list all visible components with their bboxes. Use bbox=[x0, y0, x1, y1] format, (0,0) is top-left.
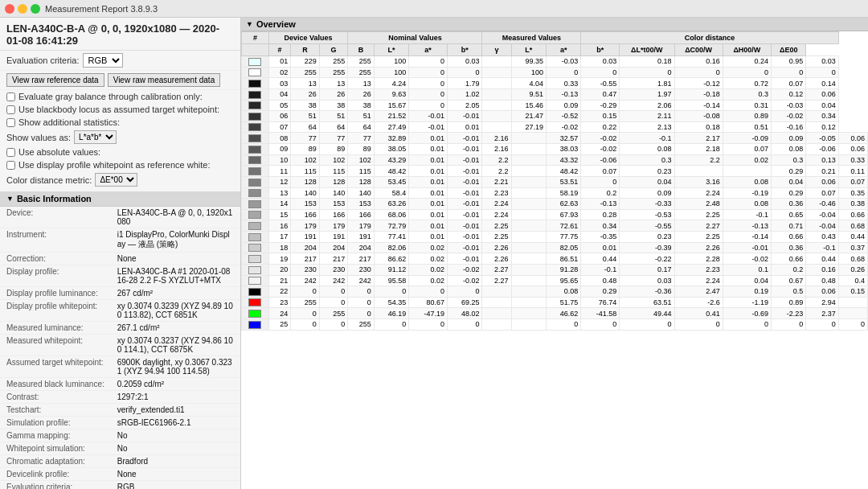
info-value: 267 cd/m² bbox=[111, 287, 240, 300]
row-index: 14 bbox=[268, 199, 290, 210]
display-profile-checkbox[interactable] bbox=[6, 161, 15, 170]
show-values-select[interactable]: L*a*b* bbox=[74, 130, 117, 144]
data-cell: 2.17 bbox=[674, 133, 723, 144]
overview-sub-header: R bbox=[291, 44, 320, 56]
overview-data-row: 1111511511548.420.01-0.012.248.420.070.2… bbox=[242, 166, 868, 177]
data-cell: 32.89 bbox=[374, 133, 408, 144]
data-cell: 95.58 bbox=[374, 275, 408, 286]
data-cell bbox=[511, 286, 546, 298]
data-cell: 2.25 bbox=[674, 209, 723, 220]
data-cell: -0.03 bbox=[546, 56, 580, 68]
data-cell: 2.48 bbox=[674, 199, 723, 210]
data-cell: 0.29 bbox=[772, 187, 806, 199]
app-title: LEN-A340C-B-A @ 0, 0, 1920x1080 — 2020-0… bbox=[0, 18, 240, 51]
data-cell: 166 bbox=[348, 209, 374, 220]
info-row: Assumed target whitepoint:6900K daylight… bbox=[0, 356, 240, 378]
info-value: LEN-A340C-B-A @ 0, 0, 1920x1080 bbox=[111, 207, 240, 228]
data-cell: 58.4 bbox=[374, 187, 408, 199]
data-cell: 99.35 bbox=[511, 56, 546, 68]
data-cell: 0.01 bbox=[409, 209, 448, 220]
data-cell: 0 bbox=[448, 67, 482, 78]
gray-balance-row: Evaluate gray balance through calibratio… bbox=[0, 90, 240, 103]
data-cell: 0 bbox=[409, 286, 448, 298]
blackbody-label: Use blackbody locus as assumed target wh… bbox=[18, 105, 219, 114]
view-raw-meas-button[interactable]: View raw measurement data bbox=[108, 73, 221, 87]
color-swatch bbox=[242, 286, 269, 298]
blackbody-checkbox[interactable] bbox=[6, 105, 15, 114]
data-cell: 0 bbox=[409, 78, 448, 89]
data-cell: -0.36 bbox=[620, 286, 674, 298]
data-cell: 13 bbox=[348, 78, 374, 89]
data-cell: 217 bbox=[319, 253, 348, 265]
overview-sub-header: L* bbox=[374, 44, 408, 56]
data-cell: 51.75 bbox=[546, 297, 580, 308]
gray-balance-checkbox[interactable] bbox=[6, 92, 15, 101]
data-cell: -0.01 bbox=[448, 176, 482, 187]
data-cell: 0.06 bbox=[806, 176, 838, 187]
row-index: 21 bbox=[268, 275, 290, 286]
info-value: No bbox=[111, 429, 240, 442]
color-distance-select[interactable]: ΔE*00 bbox=[95, 173, 137, 187]
data-cell: 43.32 bbox=[546, 154, 580, 166]
eval-criteria-select[interactable]: RGB bbox=[83, 53, 123, 68]
row-index: 20 bbox=[268, 264, 290, 275]
data-cell: 62.63 bbox=[546, 199, 580, 210]
overview-data-row: 031313134.2401.794.040.33-0.551.81-0.120… bbox=[242, 78, 868, 89]
row-index: 19 bbox=[268, 253, 290, 265]
overview-sub-header: B bbox=[348, 44, 374, 56]
minimize-button[interactable] bbox=[18, 4, 27, 14]
overview-header[interactable]: ▼ Overview bbox=[241, 18, 868, 31]
data-cell bbox=[511, 209, 546, 220]
data-cell: 89 bbox=[319, 144, 348, 155]
data-cell bbox=[511, 264, 546, 275]
data-cell: 0.38 bbox=[838, 199, 867, 210]
data-cell: 0.29 bbox=[581, 286, 620, 298]
additional-stats-checkbox[interactable] bbox=[6, 118, 15, 127]
data-cell: 217 bbox=[348, 253, 374, 265]
data-cell: -0.04 bbox=[806, 209, 838, 220]
data-cell: 2.24 bbox=[674, 187, 723, 199]
info-value: i1 DisplayPro, ColorMunki Display — 液晶 (… bbox=[111, 228, 240, 253]
data-cell: 0.09 bbox=[772, 133, 806, 144]
data-cell: 2.24 bbox=[482, 199, 511, 210]
data-cell: 82.06 bbox=[374, 242, 408, 253]
color-swatch bbox=[242, 166, 269, 177]
data-cell bbox=[838, 297, 867, 308]
data-cell: -0.01 bbox=[448, 209, 482, 220]
info-value: RGB bbox=[111, 481, 240, 490]
data-cell: 53.45 bbox=[374, 176, 408, 187]
row-index: 01 bbox=[268, 56, 290, 68]
overview-sub-header: ΔH00/W bbox=[723, 44, 771, 56]
maximize-button[interactable] bbox=[31, 4, 40, 14]
data-cell: 0.16 bbox=[806, 264, 838, 275]
info-label: Display profile whitepoint: bbox=[0, 300, 111, 322]
data-cell: 0.04 bbox=[620, 176, 674, 187]
info-row: Devicelink profile:None bbox=[0, 468, 240, 481]
basic-info-header[interactable]: ▼ Basic Information bbox=[0, 191, 240, 207]
close-button[interactable] bbox=[5, 4, 14, 14]
data-cell: 63.26 bbox=[374, 199, 408, 210]
data-cell bbox=[511, 220, 546, 232]
absolute-checkbox[interactable] bbox=[6, 148, 15, 157]
basic-info-table: Device:LEN-A340C-B-A @ 0, 0, 1920x1080In… bbox=[0, 207, 240, 489]
data-cell: 0.03 bbox=[806, 56, 838, 68]
data-cell: 2.23 bbox=[674, 264, 723, 275]
data-cell: 21.47 bbox=[511, 111, 546, 122]
view-raw-ref-button[interactable]: View raw reference data bbox=[6, 73, 104, 87]
overview-sub-header: b* bbox=[448, 44, 482, 56]
data-cell bbox=[482, 111, 511, 122]
overview-group-header: # bbox=[242, 32, 269, 44]
data-cell bbox=[511, 199, 546, 210]
show-values-row: Show values as: L*a*b* bbox=[0, 129, 240, 146]
info-row: Evaluation criteria:RGB bbox=[0, 481, 240, 490]
data-cell: 0.09 bbox=[620, 187, 674, 199]
data-cell: 86.51 bbox=[546, 253, 580, 265]
data-cell: 48.42 bbox=[374, 166, 408, 177]
data-cell: 0.03 bbox=[581, 56, 620, 68]
data-cell bbox=[482, 319, 511, 331]
data-cell: -0.02 bbox=[723, 253, 771, 265]
data-cell: 67.93 bbox=[546, 209, 580, 220]
button-row: View raw reference data View raw measure… bbox=[0, 71, 240, 90]
data-cell: 9.51 bbox=[511, 88, 546, 100]
data-cell: 0.01 bbox=[409, 187, 448, 199]
